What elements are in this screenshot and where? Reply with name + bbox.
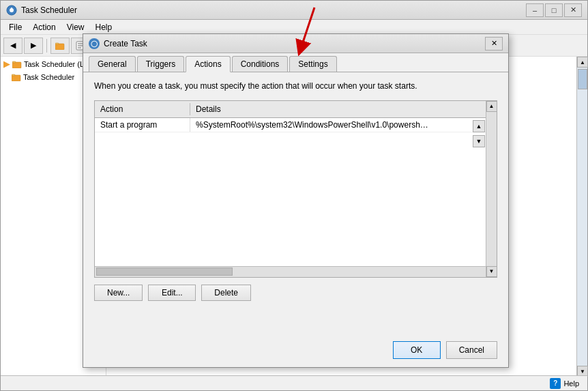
tab-actions[interactable]: Actions bbox=[186, 56, 230, 72]
tab-general[interactable]: General bbox=[89, 56, 136, 72]
table-side-controls: ▲ ▼ bbox=[473, 117, 485, 150]
table-hscrollbar bbox=[95, 266, 486, 277]
dialog-close-button[interactable]: ✕ bbox=[485, 37, 503, 50]
action-buttons: New... Edit... Delete bbox=[94, 285, 497, 301]
ok-cancel-row: OK Cancel bbox=[393, 341, 497, 359]
edit-button[interactable]: Edit... bbox=[148, 285, 196, 301]
tab-bar: General Triggers Actions Conditions Sett… bbox=[83, 53, 508, 72]
tab-triggers[interactable]: Triggers bbox=[137, 56, 185, 72]
hscroll-thumb bbox=[96, 267, 233, 276]
col-header-action: Action bbox=[95, 103, 190, 115]
dialog-body: When you create a task, you must specify… bbox=[83, 72, 508, 309]
main-window: Task Scheduler – □ ✕ File Action View He… bbox=[0, 0, 588, 391]
info-text: When you create a task, you must specify… bbox=[94, 81, 497, 92]
dialog-icon: ◯ bbox=[89, 38, 100, 49]
table-body: Start a program %SystemRoot%\system32\Wi… bbox=[95, 118, 497, 277]
new-button[interactable]: New... bbox=[94, 285, 143, 301]
tab-conditions[interactable]: Conditions bbox=[232, 56, 289, 72]
cancel-button[interactable]: Cancel bbox=[446, 341, 497, 359]
table-scrollbar: ▲ ▼ bbox=[486, 101, 497, 277]
create-task-dialog: ◯ Create Task ✕ General Triggers Actions… bbox=[83, 33, 509, 368]
table-scroll-up[interactable]: ▲ bbox=[486, 101, 497, 112]
ok-button[interactable]: OK bbox=[393, 341, 441, 359]
dialog-title: Create Task bbox=[104, 39, 147, 48]
table-scroll-down[interactable]: ▼ bbox=[486, 266, 497, 277]
actions-table: Action Details Start a program %SystemRo… bbox=[94, 100, 497, 278]
cell-action: Start a program bbox=[95, 118, 190, 132]
col-header-details: Details bbox=[190, 103, 497, 115]
tab-settings[interactable]: Settings bbox=[289, 56, 336, 72]
table-row[interactable]: Start a program %SystemRoot%\system32\Wi… bbox=[95, 118, 497, 132]
dialog-title-bar: ◯ Create Task ✕ bbox=[83, 34, 508, 53]
table-header: Action Details bbox=[95, 101, 497, 118]
cell-details: %SystemRoot%\system32\WindowsPowerShell\… bbox=[190, 118, 436, 132]
table-down-arrow[interactable]: ▼ bbox=[473, 135, 485, 147]
dialog-overlay: ◯ Create Task ✕ General Triggers Actions… bbox=[1, 1, 587, 390]
table-up-arrow[interactable]: ▲ bbox=[473, 120, 485, 132]
delete-button[interactable]: Delete bbox=[201, 285, 251, 301]
